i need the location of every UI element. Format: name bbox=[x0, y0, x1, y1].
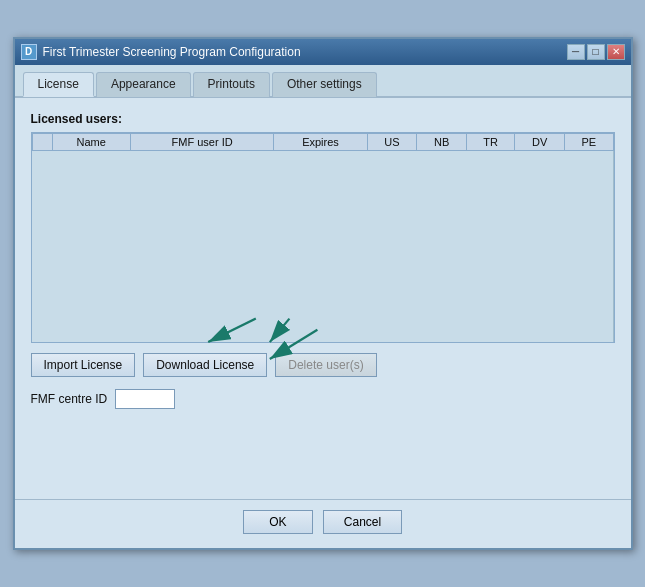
table-empty-row-6 bbox=[32, 230, 613, 246]
spacer bbox=[31, 425, 615, 485]
fmf-centre-row: FMF centre ID bbox=[31, 389, 615, 409]
table-empty-row-1 bbox=[32, 150, 613, 166]
table-empty-row-9 bbox=[32, 278, 613, 294]
main-window: D First Trimester Screening Program Conf… bbox=[13, 37, 633, 551]
fmf-centre-input[interactable] bbox=[115, 389, 175, 409]
tab-other-settings[interactable]: Other settings bbox=[272, 72, 377, 97]
tab-content: Licensed users: Name FMF user ID Expires… bbox=[15, 98, 631, 500]
tab-license[interactable]: License bbox=[23, 72, 94, 97]
minimize-button[interactable]: ─ bbox=[567, 44, 585, 60]
title-bar-left: D First Trimester Screening Program Conf… bbox=[21, 44, 301, 60]
tab-appearance[interactable]: Appearance bbox=[96, 72, 191, 97]
action-buttons-row: Import License Download License Delete u… bbox=[31, 353, 615, 377]
table-empty-row-8 bbox=[32, 262, 613, 278]
cancel-button[interactable]: Cancel bbox=[323, 510, 402, 534]
delete-users-button[interactable]: Delete user(s) bbox=[275, 353, 376, 377]
table-empty-row-10 bbox=[32, 294, 613, 310]
buttons-area: Import License Download License Delete u… bbox=[31, 353, 615, 409]
table-empty-row-3 bbox=[32, 182, 613, 198]
tab-bar: License Appearance Printouts Other setti… bbox=[15, 65, 631, 98]
col-fmf-user-id: FMF user ID bbox=[130, 133, 273, 150]
col-tr: TR bbox=[466, 133, 514, 150]
download-license-button[interactable]: Download License bbox=[143, 353, 267, 377]
users-table-container: Name FMF user ID Expires US NB TR DV PE bbox=[31, 132, 615, 344]
users-table-body bbox=[32, 150, 613, 342]
close-button[interactable]: ✕ bbox=[607, 44, 625, 60]
col-us: US bbox=[367, 133, 417, 150]
title-bar: D First Trimester Screening Program Conf… bbox=[15, 39, 631, 65]
title-bar-buttons: ─ □ ✕ bbox=[567, 44, 625, 60]
col-index bbox=[32, 133, 52, 150]
users-table: Name FMF user ID Expires US NB TR DV PE bbox=[32, 133, 614, 343]
maximize-button[interactable]: □ bbox=[587, 44, 605, 60]
table-empty-row-2 bbox=[32, 166, 613, 182]
col-pe: PE bbox=[564, 133, 613, 150]
col-expires: Expires bbox=[274, 133, 367, 150]
table-header-row: Name FMF user ID Expires US NB TR DV PE bbox=[32, 133, 613, 150]
table-empty-row-7 bbox=[32, 246, 613, 262]
table-empty-row-11 bbox=[32, 310, 613, 326]
window-title: First Trimester Screening Program Config… bbox=[43, 45, 301, 59]
licensed-users-label: Licensed users: bbox=[31, 112, 615, 126]
table-empty-row-5 bbox=[32, 214, 613, 230]
col-nb: NB bbox=[417, 133, 467, 150]
table-empty-row-4 bbox=[32, 198, 613, 214]
col-dv: DV bbox=[515, 133, 565, 150]
fmf-centre-label: FMF centre ID bbox=[31, 392, 108, 406]
dialog-footer: OK Cancel bbox=[15, 499, 631, 548]
import-license-button[interactable]: Import License bbox=[31, 353, 136, 377]
col-name: Name bbox=[52, 133, 130, 150]
app-icon: D bbox=[21, 44, 37, 60]
tab-printouts[interactable]: Printouts bbox=[193, 72, 270, 97]
table-empty-row-12 bbox=[32, 326, 613, 342]
ok-button[interactable]: OK bbox=[243, 510, 313, 534]
